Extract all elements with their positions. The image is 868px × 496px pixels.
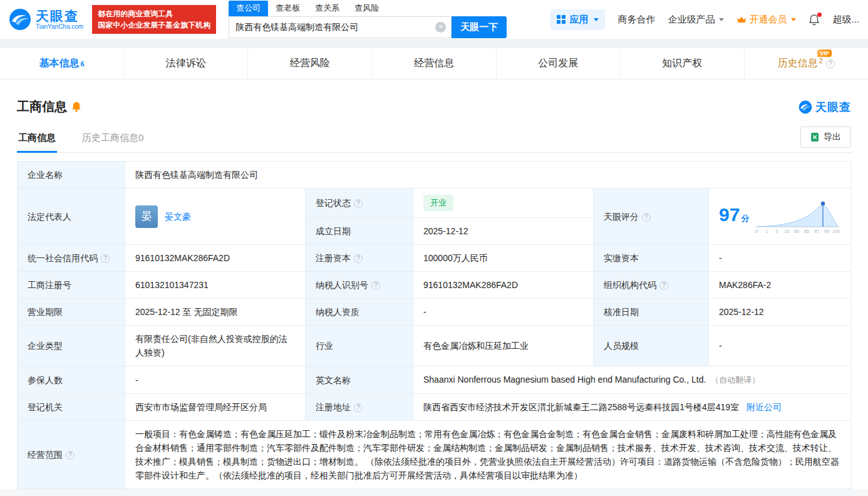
value-company-name: 陕西有色镁基高端制造有限公司 [125,162,852,189]
table-row: 参保人数 - 英文名称 Shaanxi Nonferrous Magnesium… [18,366,852,394]
label-credit-code: 统一社会信用代码? [18,245,125,272]
help-icon[interactable]: ? [826,59,835,68]
tab-legal-litigation[interactable]: 法律诉讼 [124,48,248,79]
subtab-history-business-info[interactable]: 历史工商信息0 [81,132,145,152]
tianyancha-logo-icon [9,8,31,31]
help-icon[interactable]: ? [659,281,668,290]
nav-super[interactable]: 超级... [832,14,859,26]
value-establish-date: 2025-12-12 [413,218,594,245]
label-business-term: 营业期限 [18,299,125,326]
table-row: 企业名称 陕西有色镁基高端制造有限公司 [18,162,852,189]
value-reg-authority: 西安市市场监督管理局经开区分局 [125,394,306,421]
svg-text:50: 50 [794,229,799,234]
section-title: 工商信息 [17,98,67,115]
label-org-code: 组织机构代码? [594,272,709,299]
legal-rep-link[interactable]: 晏文豪 [165,210,191,224]
chevron-down-icon [791,18,796,21]
excel-icon [810,133,819,142]
table-row: 统一社会信用代码? 91610132MAK286FA2D 注册资本? 10000… [18,245,852,272]
label-legal-rep: 法定代表人 [18,189,125,245]
apps-menu-button[interactable]: 应用 [550,9,605,30]
help-icon[interactable]: ? [642,213,651,222]
tab-operating-risk[interactable]: 经营风险 [248,48,372,79]
label-approval-date: 核准日期 [594,299,709,326]
help-icon[interactable]: ? [354,254,363,263]
svg-text:15: 15 [784,229,789,234]
score-number: 97分 [719,205,749,229]
tab-basic-info[interactable]: 基本信息 6 [0,48,124,79]
nav-business-cooperation[interactable]: 商务合作 [617,14,655,26]
value-reg-number: 610132101347231 [125,272,306,299]
subscribe-bell-icon[interactable] [71,101,81,112]
label-industry: 行业 [306,326,413,366]
svg-text:3: 3 [775,229,778,234]
search-button[interactable]: 天眼一下 [452,16,507,38]
table-row: 经营范围? 一般项目：有色金属铸造；有色金属压延加工；锻件及粉末冶金制品制造；常… [18,421,852,489]
export-button[interactable]: 导出 [800,127,851,148]
help-icon[interactable]: ? [66,451,75,460]
tab-label: 基本信息 [39,57,80,70]
label-company-name: 企业名称 [18,162,125,189]
value-approval-date: 2025-12-12 [709,299,852,326]
business-info-table: 企业名称 陕西有色镁基高端制造有限公司 法定代表人 晏 晏文豪 登记状态? 开业… [17,161,852,489]
value-score: 97分 0 1 3 15 50 85 97 99 [709,189,852,245]
tianyancha-logo-icon [798,100,812,114]
tab-business-info[interactable]: 经营信息 [372,48,496,79]
chevron-down-icon [594,18,599,21]
svg-text:0: 0 [755,229,758,234]
search-tab-boss[interactable]: 查老板 [268,1,307,16]
label-taxpayer-id: 纳税人识别号? [306,272,413,299]
svg-text:1: 1 [765,229,768,234]
value-industry: 有色金属冶炼和压延加工业 [413,326,594,366]
label-paid-capital: 实缴资本 [594,245,709,272]
nav-open-membership[interactable]: 开通会员 [736,14,796,26]
label-reg-authority: 登记机关 [18,394,125,421]
help-icon[interactable]: ? [371,281,380,290]
value-insured-count: - [125,366,306,394]
header-divider [0,39,868,48]
main-content: 工商信息 天眼查 工商信息 历史工商信息0 导出 [0,98,868,489]
label-reg-status: 登记状态? [306,189,413,218]
subtab-business-info[interactable]: 工商信息 [17,132,57,152]
svg-text:99: 99 [824,229,829,234]
search-tab-risk[interactable]: 查风险 [347,1,386,16]
chevron-down-icon [719,18,724,21]
help-icon[interactable]: ? [101,254,110,263]
tianyancha-logo[interactable]: 天眼查 TianYanCha.com [9,8,83,31]
header-nav: 应用 商务合作 企业级产品 开通会员 超级... [550,9,859,30]
tab-history-info[interactable]: 历史信息 2 VIP ? [745,48,868,79]
nav-enterprise-products[interactable]: 企业级产品 [668,14,724,26]
label-reg-number: 工商注册号 [18,272,125,299]
value-taxpayer-qualification: - [413,299,594,326]
crown-icon [736,16,747,24]
search-tab-relation[interactable]: 查关系 [307,1,347,16]
value-business-scope: 一般项目：有色金属铸造；有色金属压延加工；锻件及粉末冶金制品制造；常用有色金属冶… [125,421,852,489]
legal-rep-avatar[interactable]: 晏 [135,205,158,228]
tab-company-development[interactable]: 公司发展 [497,48,621,79]
nearby-companies-link[interactable]: 附近公司 [747,402,782,412]
tab-intellectual-property[interactable]: 知识产权 [621,48,745,79]
value-paid-capital: - [709,245,852,272]
help-icon[interactable]: ? [354,403,363,412]
subtabs: 工商信息 历史工商信息0 导出 [17,127,851,153]
label-reg-address: 注册地址? [306,394,413,421]
search-input[interactable] [229,16,452,38]
logo-text-cn: 天眼查 [36,9,83,23]
notification-dot [817,13,822,17]
table-row: 登记机关 西安市市场监督管理局经开区分局 注册地址? 陕西省西安市经济技术开发区… [18,394,852,421]
value-reg-status: 开业 [413,189,594,218]
value-taxpayer-id: 91610132MAK286FA2D [413,272,594,299]
search-tab-company[interactable]: 查公司 [229,1,268,16]
help-icon[interactable]: ? [354,199,363,208]
value-english-name: Shaanxi Nonferrous Magnesium based High … [413,366,852,394]
status-badge: 开业 [423,195,453,211]
tab-count: 6 [81,60,85,68]
label-english-name: 英文名称 [306,366,413,394]
table-row: 工商注册号 610132101347231 纳税人识别号? 91610132MA… [18,272,852,299]
brand-text: 天眼查 [815,100,851,115]
tab-label: 知识产权 [662,57,702,70]
tab-label: 历史信息 [778,57,818,70]
notification-bell-icon[interactable] [809,14,820,26]
top-header: 天眼查 TianYanCha.com 都在用的商业查询工具 国家中小企业发展子基… [0,0,868,39]
svg-text:100: 100 [833,229,840,234]
